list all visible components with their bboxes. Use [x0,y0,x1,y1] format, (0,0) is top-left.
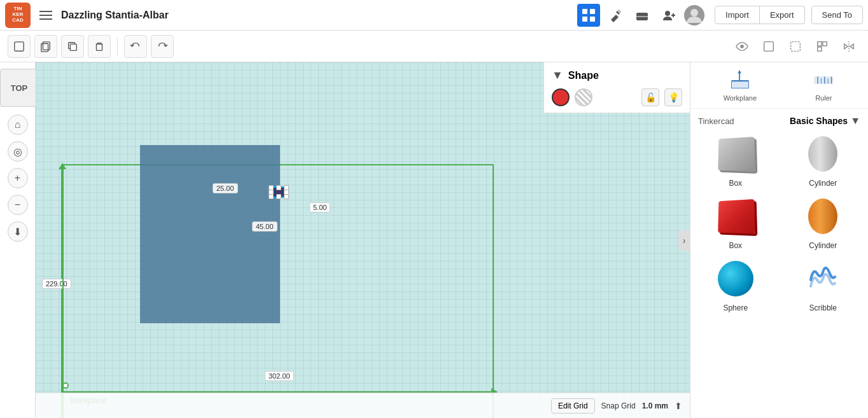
shape-item-sphere-blue[interactable]: Sphere [698,256,773,312]
resize-handle-bc[interactable] [276,194,281,199]
svg-rect-0 [582,9,587,14]
dim-label-302: 302.00 [265,371,294,381]
shape-name-box-red: Box [729,241,742,250]
shapes-dropdown-label: Basic Shapes [790,116,848,126]
project-title: Dazzling Stantia-Albar [61,10,572,21]
snap-grid-label: Snap Grid [601,401,636,410]
svg-marker-24 [844,44,848,48]
download-button[interactable]: ⬇ [8,221,28,242]
workplane-tool[interactable]: Workplane [724,69,757,102]
shape-item-box-grey[interactable]: Box [698,132,773,188]
color-swatch-hole[interactable] [575,88,592,106]
svg-rect-12 [43,41,50,50]
svg-rect-15 [70,44,76,50]
user-avatar[interactable] [684,5,704,25]
redo-button[interactable] [151,35,174,58]
svg-rect-29 [731,81,748,88]
workplane-arrow-up [59,163,66,169]
snap-grid-stepper[interactable]: ⬆ [675,401,682,411]
shape-item-box-red[interactable]: Box [698,194,773,250]
mirror-button[interactable] [837,35,860,58]
shape-thumb-scribble [797,256,848,301]
svg-point-10 [690,9,698,17]
import-button[interactable]: Import [715,6,760,24]
resize-handle-br[interactable] [284,194,289,199]
hidden-line-button[interactable] [784,35,807,58]
undo-button[interactable] [124,35,147,58]
resize-handle-tc[interactable] [276,185,281,190]
box-grey-visual [718,137,755,172]
visibility-toggle-button[interactable] [731,35,753,58]
dim-label-5: 5.00 [309,202,330,212]
svg-rect-11 [15,41,24,50]
dim-label-45: 45.00 [252,221,277,232]
add-user-button[interactable] [657,4,680,27]
shape-thumb-cylinder-orange [797,194,848,239]
resize-handle-bl[interactable] [269,194,274,199]
cylinder-grey-visual [808,136,837,172]
briefcase-icon-button[interactable] [631,4,654,27]
svg-rect-1 [590,9,595,14]
wireframe-button[interactable] [757,35,780,58]
svg-marker-28 [738,70,741,73]
shape-thumb-box-red [710,194,761,239]
home-view-button[interactable]: ⌂ [8,115,28,135]
svg-rect-16 [97,44,102,50]
shape-name-scribble: Scribble [809,303,837,312]
color-swatch-red[interactable] [552,88,570,106]
delete-button[interactable] [88,35,111,58]
resize-handle-mr[interactable] [284,190,289,195]
shape-panel-collapse-button[interactable]: ▼ [552,69,563,82]
shapes-dropdown-arrow[interactable]: ▼ [850,115,860,127]
snap-button[interactable] [811,35,834,58]
shape-thumb-cylinder-grey [797,132,848,176]
zoom-in-button[interactable]: + [8,168,28,188]
svg-marker-25 [850,44,854,48]
cylinder-orange-visual [808,199,837,234]
shapes-library: Tinkercad Basic Shapes ▼ Box [690,109,868,319]
shape-item-scribble[interactable]: Scribble [786,256,861,312]
toolbar [0,31,868,62]
hamburger-menu-button[interactable] [36,5,56,25]
ruler-tool[interactable]: Ruler [812,69,835,102]
visibility-icon-button[interactable]: 💡 [664,88,682,106]
shape-name-cylinder-orange: Cylinder [809,241,837,250]
hammer-icon-button[interactable] [604,4,627,27]
grid-view-button[interactable] [577,4,600,27]
new-shape-button[interactable] [8,35,31,58]
import-export-group: Import Export [715,6,804,24]
shape-thumb-box-grey [710,132,761,176]
dim-label-25: 25.00 [213,183,238,193]
edit-grid-button[interactable]: Edit Grid [551,398,595,414]
topbar: TINKERCAD Dazzling Stantia-Albar [0,0,868,31]
snap-grid-value: 1.0 mm [642,401,668,410]
canvas-collapse-arrow[interactable]: › [678,230,690,251]
shape-item-cylinder-orange[interactable]: Cylinder [786,194,861,250]
shape-panel-header: ▼ Shape [552,69,682,82]
selected-shape[interactable] [270,186,288,198]
view-tools [731,35,860,58]
fit-to-view-button[interactable]: ◎ [8,141,28,162]
svg-rect-31 [815,77,833,84]
view-cube[interactable]: TOP [0,69,38,107]
shape-name-sphere-blue: Sphere [723,303,748,312]
svg-rect-3 [590,17,595,22]
copy-button[interactable] [34,35,57,58]
shape-item-cylinder-grey[interactable]: Cylinder [786,132,861,188]
send-to-button[interactable]: Send To [811,6,863,24]
lock-icon-button[interactable]: 🔓 [641,88,659,106]
canvas-area[interactable]: 25.00 5.00 45.00 229.00 302.00 Workplane… [36,62,690,418]
duplicate-button[interactable] [61,35,84,58]
scribble-visual [804,261,841,296]
logo[interactable]: TINKERCAD [5,3,31,28]
box-red-visual [718,199,755,234]
svg-rect-22 [818,46,822,50]
resize-handle-ml[interactable] [269,190,274,195]
zoom-out-button[interactable]: − [8,195,28,215]
main-3d-shape[interactable] [140,145,280,323]
shape-panel-title: Shape [568,70,599,81]
sphere-blue-visual [718,261,753,296]
shape-panel: ▼ Shape 🔓 💡 [543,62,690,113]
shapes-dropdown[interactable]: Basic Shapes ▼ [790,115,860,127]
export-button[interactable]: Export [760,6,805,24]
